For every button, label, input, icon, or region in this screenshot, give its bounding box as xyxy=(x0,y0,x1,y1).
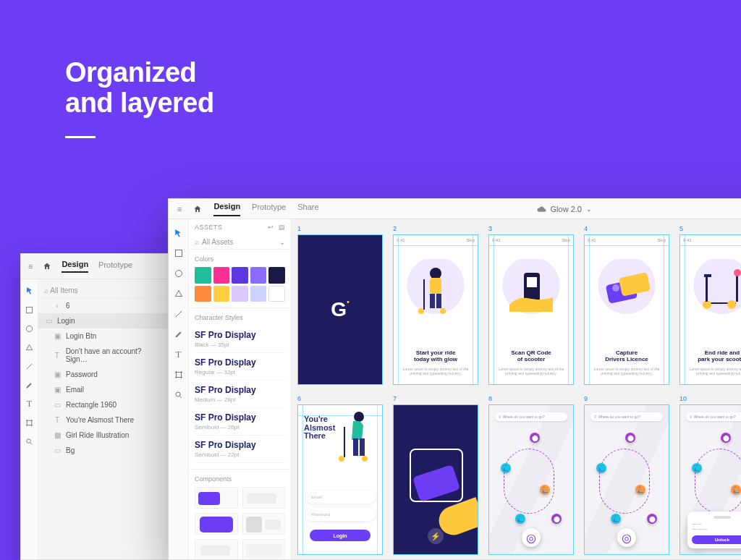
artboard[interactable]: 10 ⚲ Where do you want to go?⬤🛴🛴🛴⬤ — —— … xyxy=(679,395,741,555)
home-icon[interactable] xyxy=(193,205,202,213)
line-tool-icon[interactable] xyxy=(172,307,185,321)
component-thumb[interactable] xyxy=(242,539,286,559)
home-icon[interactable] xyxy=(43,262,51,271)
artboard[interactable]: 1 G• xyxy=(297,225,383,385)
artboard-tool-icon[interactable] xyxy=(24,417,35,428)
zoom-tool-icon[interactable] xyxy=(24,436,35,447)
hamburger-icon[interactable]: ≡ xyxy=(177,205,182,213)
ellipse-tool-icon[interactable] xyxy=(24,323,35,334)
map-pin[interactable]: 🛴 xyxy=(635,485,645,495)
tab-design[interactable]: Design xyxy=(213,202,240,216)
canvas[interactable]: 1 G• 2 9:41SkipStart your ridetoday with… xyxy=(292,219,741,559)
artboard[interactable]: 2 9:41SkipStart your ridetoday with glow… xyxy=(393,225,478,385)
character-style[interactable]: SF Pro DisplaySemibold — 22pt xyxy=(195,436,285,463)
color-swatch[interactable] xyxy=(250,286,267,302)
unlock-button[interactable]: Unlock xyxy=(692,535,741,544)
component-thumb[interactable] xyxy=(195,513,238,535)
tab-share[interactable]: Share xyxy=(297,203,318,216)
artboard[interactable]: 3 9:41SkipScan QR Codeof scooterLorem ip… xyxy=(488,225,574,385)
list-view-icon[interactable]: ▤ xyxy=(279,224,286,231)
map-search-input[interactable]: ⚲ Where do you want to go? xyxy=(590,412,663,421)
color-swatch[interactable] xyxy=(268,286,285,302)
map-search-input[interactable]: ⚲ Where do you want to go? xyxy=(495,412,567,421)
hamburger-icon[interactable]: ≡ xyxy=(28,262,33,271)
locate-button[interactable]: ◎ xyxy=(522,528,541,547)
skip-link[interactable]: Skip xyxy=(657,238,666,242)
flash-button[interactable]: ⚡ xyxy=(428,528,444,544)
artboard[interactable]: 5 9:41SkipEnd ride andpark your scooterL… xyxy=(679,225,741,385)
color-swatch[interactable] xyxy=(232,286,248,302)
rectangle-tool-icon[interactable] xyxy=(172,247,185,260)
color-swatch[interactable] xyxy=(195,267,211,284)
layer-row[interactable]: ▩Girl Ride Illustration xyxy=(38,428,168,443)
select-tool-icon[interactable] xyxy=(172,226,185,239)
map-pin[interactable]: 🛴 xyxy=(540,485,550,495)
map-pin[interactable]: ⬤ xyxy=(551,514,562,524)
pen-tool-icon[interactable] xyxy=(172,328,185,341)
artboard[interactable]: 8 ⚲ Where do you want to go?⬤🛴🛴🛴⬤◎ xyxy=(488,395,574,555)
layer-row[interactable]: ‹6 xyxy=(38,298,168,313)
password-field[interactable]: Password xyxy=(305,508,375,521)
text-tool-icon[interactable]: T xyxy=(172,348,185,361)
color-swatch[interactable] xyxy=(213,267,230,284)
color-swatch[interactable] xyxy=(250,267,267,284)
layer-row[interactable]: ▣Login Btn xyxy=(38,328,168,344)
line-tool-icon[interactable] xyxy=(24,360,35,372)
map-pin[interactable]: ⬤ xyxy=(530,433,540,443)
color-swatch[interactable] xyxy=(195,286,211,302)
zoom-tool-icon[interactable] xyxy=(172,389,185,402)
map-pin[interactable]: 🛴 xyxy=(692,463,702,473)
rectangle-tool-icon[interactable] xyxy=(24,304,35,315)
layer-row[interactable]: TDon't have an account? Sign… xyxy=(38,344,168,367)
assets-search[interactable]: ⌕ All Assets ⌄ xyxy=(189,235,291,250)
polygon-tool-icon[interactable] xyxy=(24,341,35,353)
layer-row[interactable]: TYou're Alsmost There xyxy=(38,412,168,428)
map-pin[interactable]: ⬤ xyxy=(625,433,635,443)
layer-row[interactable]: ▣Email xyxy=(38,382,168,397)
character-style[interactable]: SF Pro DisplayBlack — 35pt xyxy=(195,326,285,353)
artboard[interactable]: 9 ⚲ Where do you want to go?⬤🛴🛴🛴⬤◎ xyxy=(584,395,669,555)
map-pin[interactable]: 🛴 xyxy=(611,514,621,524)
email-field[interactable]: Email xyxy=(305,491,375,504)
back-icon[interactable]: ↩ xyxy=(268,224,274,231)
character-style[interactable]: SF Pro DisplaySemibold — 26pt xyxy=(195,408,285,436)
text-tool-icon[interactable]: T xyxy=(24,398,35,410)
color-swatch[interactable] xyxy=(268,267,285,284)
artboard[interactable]: 7 ⚡ xyxy=(393,395,478,555)
tab-design[interactable]: Design xyxy=(62,260,88,273)
locate-button[interactable]: ◎ xyxy=(617,528,636,547)
map-pin[interactable]: 🛴 xyxy=(515,514,525,524)
component-thumb[interactable] xyxy=(195,487,238,509)
pen-tool-icon[interactable] xyxy=(24,379,35,391)
skip-link[interactable]: Skip xyxy=(466,238,475,242)
tab-prototype[interactable]: Prototype xyxy=(98,260,132,272)
map-pin[interactable]: ⬤ xyxy=(647,514,657,524)
ellipse-tool-icon[interactable] xyxy=(172,267,185,280)
select-tool-icon[interactable] xyxy=(24,285,35,297)
artboard-tool-icon[interactable] xyxy=(172,368,185,381)
map-pin[interactable]: ⬤ xyxy=(721,433,731,443)
login-button[interactable]: Login xyxy=(310,530,370,541)
character-style[interactable]: SF Pro DisplayRegular — 32pt xyxy=(195,353,285,381)
character-style[interactable]: SF Pro DisplayMedium — 28pt xyxy=(195,381,285,408)
map-search-input[interactable]: ⚲ Where do you want to go? xyxy=(686,412,741,421)
map-pin[interactable]: 🛴 xyxy=(731,485,741,495)
layer-row[interactable]: ▭Rectangle 1960 xyxy=(38,397,168,412)
color-swatch[interactable] xyxy=(213,286,230,302)
polygon-tool-icon[interactable] xyxy=(172,287,185,300)
layer-row[interactable]: ▭Bg xyxy=(38,443,168,458)
map-pin[interactable]: 🛴 xyxy=(501,463,511,473)
artboard[interactable]: 6 You'reAlsmostThereEmailPasswordLogin xyxy=(297,395,383,555)
layer-row[interactable]: ▭Login xyxy=(38,313,168,328)
component-thumb[interactable] xyxy=(242,487,286,509)
layers-search[interactable]: ⌕ All Items xyxy=(38,284,168,298)
skip-link[interactable]: Skip xyxy=(562,238,570,242)
layer-row[interactable]: ▣Password xyxy=(38,367,168,382)
component-thumb[interactable] xyxy=(242,513,286,535)
map-pin[interactable]: 🛴 xyxy=(596,463,606,473)
artboard[interactable]: 4 9:41SkipCaptureDrivers LicenceLorem ip… xyxy=(584,225,669,385)
document-title[interactable]: Glow 2.0 ⌄ xyxy=(537,205,592,213)
tab-prototype[interactable]: Prototype xyxy=(252,203,286,216)
color-swatch[interactable] xyxy=(232,267,248,284)
component-thumb[interactable] xyxy=(195,539,238,559)
